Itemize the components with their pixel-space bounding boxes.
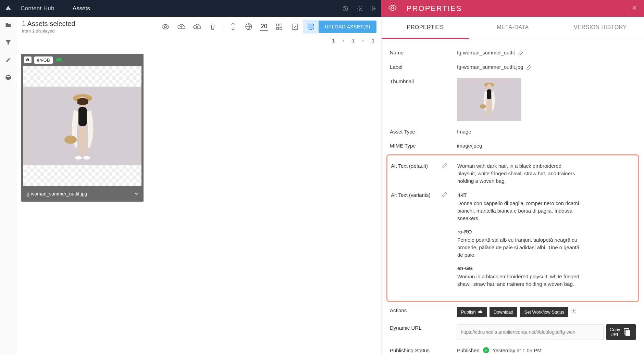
svg-point-12	[27, 60, 28, 61]
svg-rect-7	[280, 24, 282, 26]
cloud-upload-icon[interactable]	[173, 20, 189, 34]
workflow-button[interactable]: Set Workflow Status	[520, 307, 568, 317]
svg-rect-8	[276, 27, 278, 29]
prop-name-value: fg-woman_summer_outfit	[457, 49, 515, 56]
properties-panel-title: PROPERTIES	[407, 4, 632, 13]
prop-asset-type-value: Image	[457, 128, 636, 136]
edit-icon[interactable]	[527, 64, 532, 70]
app-name: Content Hub	[16, 0, 64, 17]
settings-icon[interactable]	[352, 0, 367, 17]
prop-thumbnail-label: Thumbnail	[390, 78, 457, 84]
chevron-down-icon[interactable]	[133, 191, 139, 197]
svg-rect-21	[487, 89, 492, 99]
prop-pub-status-label: Publishing Status	[390, 347, 457, 353]
svg-point-23	[573, 310, 574, 312]
selection-subtext: from 1 displayed	[22, 28, 75, 34]
eye-icon	[388, 3, 397, 13]
copy-url-button[interactable]: Copy URL	[606, 324, 636, 340]
preview-icon[interactable]	[158, 20, 173, 34]
prop-mime-value: image/jpeg	[457, 142, 636, 150]
tab-metadata[interactable]: META-DATA	[469, 17, 556, 39]
edit-icon[interactable]	[442, 162, 448, 168]
svg-rect-10	[292, 24, 298, 29]
variant-locale-ro: ro-RO	[457, 228, 581, 236]
prop-alt-variants-label: Alt Text (variants)	[391, 191, 442, 198]
asset-card[interactable]: en-GB	[21, 54, 144, 202]
package-icon[interactable]	[5, 74, 12, 82]
svg-point-17	[83, 156, 90, 160]
svg-rect-15	[78, 107, 87, 126]
variant-locale-en: en-GB	[457, 265, 581, 272]
upload-assets-button[interactable]: UPLOAD ASSET(S)	[319, 21, 376, 33]
chevron-left-icon[interactable]	[341, 38, 346, 43]
filter-icon[interactable]	[5, 39, 12, 47]
asset-filename: fg-woman_summer_outfit.jpg	[25, 191, 133, 196]
prop-mime-label: MIME Type	[390, 142, 457, 149]
svg-rect-11	[308, 24, 313, 29]
svg-point-2	[359, 8, 361, 9]
svg-rect-9	[280, 27, 282, 29]
help-icon[interactable]	[338, 0, 352, 17]
transparency-icon[interactable]	[303, 20, 319, 34]
svg-point-3	[392, 7, 394, 9]
svg-rect-6	[276, 24, 278, 26]
camera-icon	[24, 56, 32, 63]
cloud-synced-icon	[55, 56, 62, 64]
pub-status-value: Published	[457, 347, 480, 354]
edit-icon[interactable]	[442, 191, 448, 197]
tab-version-history[interactable]: VERSION HISTORY	[557, 17, 644, 39]
prop-actions-label: Actions	[390, 307, 457, 313]
globe-icon[interactable]	[241, 20, 257, 34]
chevron-right-icon[interactable]	[361, 38, 366, 43]
variant-text-it: Donna con cappello di paglia, romper ner…	[457, 200, 581, 222]
variant-text-en: Woman in a black embroidered playsuit, w…	[457, 273, 581, 288]
svg-point-4	[164, 26, 166, 28]
prop-name-label: Name	[390, 49, 457, 55]
selection-count: 1 Assets selected	[22, 20, 75, 28]
alt-text-highlight: Alt Text (default) Woman with dark hair,…	[386, 154, 639, 302]
pub-status-time: Yesterday at 1:05 PM	[493, 347, 542, 354]
asset-thumbnail[interactable]	[23, 66, 141, 186]
tools-icon[interactable]	[5, 56, 12, 64]
prop-dynamic-url-label: Dynamic URL	[390, 324, 457, 331]
svg-point-22	[480, 104, 486, 109]
pagination: 1 1 1	[16, 37, 381, 47]
prop-label-value: fg-woman_summer_outfit.jpg	[457, 63, 523, 71]
svg-point-1	[345, 10, 346, 10]
svg-rect-24	[626, 330, 630, 336]
svg-point-16	[75, 156, 82, 160]
trash-icon[interactable]	[205, 20, 221, 34]
page-last[interactable]: 1	[372, 38, 374, 43]
download-button[interactable]: Download	[490, 307, 518, 317]
sort-icon[interactable]	[225, 20, 241, 34]
logout-icon[interactable]	[367, 0, 381, 17]
svg-point-18	[64, 136, 77, 144]
page-current: 1	[352, 38, 355, 43]
publish-button[interactable]: Publish	[457, 307, 487, 317]
locale-badge: en-GB	[34, 56, 53, 64]
prop-alt-default-label: Alt Text (default)	[391, 162, 442, 169]
variant-text-ro: Femeie poartă sal alb cu franjuri, salop…	[457, 236, 581, 258]
svg-point-20	[486, 84, 492, 89]
folder-icon[interactable]	[5, 22, 12, 29]
edit-icon[interactable]	[518, 50, 524, 55]
page-size[interactable]: 20	[260, 22, 268, 31]
prop-alt-default-value: Woman with dark hair, in a black embroid…	[457, 162, 581, 185]
prop-thumbnail-image	[457, 78, 521, 121]
tab-properties[interactable]: PROPERTIES	[382, 17, 469, 39]
gear-icon[interactable]	[571, 308, 577, 316]
select-all-icon[interactable]	[287, 20, 303, 34]
variant-locale-it: it-IT	[457, 191, 581, 199]
dynamic-url-input[interactable]	[457, 324, 604, 340]
section-name: Assets	[64, 5, 98, 12]
prop-label-label: Label	[390, 63, 457, 70]
prop-asset-type-label: Asset Type	[390, 128, 457, 135]
page-first[interactable]: 1	[332, 38, 335, 43]
app-logo[interactable]	[0, 5, 16, 12]
check-icon	[483, 347, 489, 353]
grid-view-icon[interactable]	[271, 20, 287, 34]
cloud-delete-icon[interactable]	[189, 20, 205, 34]
close-panel-button[interactable]	[632, 5, 637, 12]
